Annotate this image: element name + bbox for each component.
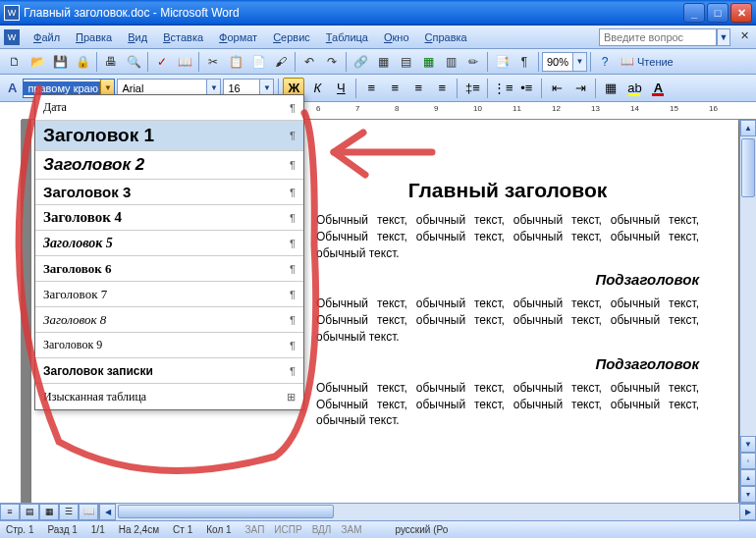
decrease-indent-icon[interactable]: ⇤ <box>546 78 567 99</box>
style-option[interactable]: Заголовок 3¶ <box>35 180 303 205</box>
paste-icon[interactable]: 📄 <box>247 51 269 73</box>
insert-table-icon[interactable]: ▤ <box>395 51 416 73</box>
maximize-button[interactable]: □ <box>707 3 729 23</box>
redo-icon[interactable]: ↷ <box>321 51 343 73</box>
scroll-right-icon[interactable]: ▶ <box>739 504 756 520</box>
align-left-icon[interactable]: ≡ <box>360 78 382 99</box>
align-justify-icon[interactable]: ≡ <box>431 78 453 99</box>
style-option[interactable]: Заголовок 2¶ <box>35 151 303 180</box>
scroll-thumb[interactable] <box>118 505 334 518</box>
reading-mode-button[interactable]: 📖 Чтение <box>617 55 677 68</box>
print-preview-icon[interactable]: 🔍 <box>123 51 144 73</box>
columns-icon[interactable]: ▥ <box>440 51 461 73</box>
save-icon[interactable]: 💾 <box>49 51 71 73</box>
reading-view-icon[interactable]: 📖 <box>79 504 98 520</box>
increase-indent-icon[interactable]: ⇥ <box>569 78 591 99</box>
scroll-thumb[interactable] <box>741 138 755 197</box>
menu-таблица[interactable]: Таблица <box>318 28 376 46</box>
doc-map-icon[interactable]: 📑 <box>491 51 513 73</box>
copy-icon[interactable]: 📋 <box>225 51 246 73</box>
style-name: Заголовок 3 <box>43 184 131 200</box>
status-mode[interactable]: ЗАП <box>245 524 265 535</box>
help-dropdown-arrow[interactable]: ▼ <box>717 28 730 46</box>
style-name: Дата <box>43 100 67 115</box>
menu-сервис[interactable]: Сервис <box>265 28 318 46</box>
permissions-icon[interactable]: 🔒 <box>72 51 93 73</box>
undo-icon[interactable]: ↶ <box>298 51 320 73</box>
open-icon[interactable]: 📂 <box>27 51 48 73</box>
style-option[interactable]: Заголовок 6¶ <box>35 256 303 282</box>
zoom-combo[interactable]: 90% ▼ <box>542 52 587 72</box>
doc-heading-2[interactable]: Подзаголовок <box>316 355 699 372</box>
vertical-ruler[interactable] <box>0 120 22 503</box>
paragraph-mark-icon: ¶ <box>290 314 296 326</box>
browse-object-icon[interactable]: ◦ <box>740 453 756 469</box>
highlight-icon[interactable]: ab <box>623 78 645 99</box>
menu-вид[interactable]: Вид <box>120 28 155 46</box>
menu-вставка[interactable]: Вставка <box>155 28 211 46</box>
format-painter-icon[interactable]: 🖌 <box>270 51 292 73</box>
doc-heading-1[interactable]: Главный заголовок <box>316 179 699 202</box>
style-option[interactable]: Заголовок 8¶ <box>35 307 303 333</box>
menu-формат[interactable]: Формат <box>211 28 265 46</box>
style-option[interactable]: Заголовок 9¶ <box>35 333 303 358</box>
menu-справка[interactable]: Справка <box>417 28 475 46</box>
doc-paragraph[interactable]: Обычный текст, обычный текст, обычный те… <box>316 212 699 261</box>
underline-button[interactable]: Ч <box>330 78 351 99</box>
show-marks-icon[interactable]: ¶ <box>513 51 535 73</box>
outline-view-icon[interactable]: ☰ <box>59 504 79 520</box>
close-document-button[interactable]: ✕ <box>736 29 752 45</box>
status-mode[interactable]: ИСПР <box>274 524 301 535</box>
new-doc-icon[interactable]: 🗋 <box>4 51 26 73</box>
style-option[interactable]: Заголовок 5¶ <box>35 231 303 256</box>
drawing-icon[interactable]: ✏ <box>462 51 484 73</box>
scroll-up-icon[interactable]: ▲ <box>740 120 756 136</box>
minimize-button[interactable]: _ <box>683 3 705 23</box>
scroll-left-icon[interactable]: ◀ <box>99 504 116 520</box>
scroll-down-icon[interactable]: ▼ <box>740 436 756 453</box>
menu-окно[interactable]: Окно <box>376 28 417 46</box>
help-icon[interactable]: ? <box>594 51 616 73</box>
menu-правка[interactable]: Правка <box>68 28 120 46</box>
line-spacing-icon[interactable]: ‡≡ <box>461 78 483 99</box>
borders-icon[interactable]: ▦ <box>600 78 621 99</box>
style-option[interactable]: Заголовок 7¶ <box>35 282 303 307</box>
font-color-icon[interactable]: A <box>647 78 669 99</box>
status-mode[interactable]: ВДЛ <box>312 524 332 535</box>
style-option[interactable]: Заголовок 4¶ <box>35 205 303 231</box>
prev-page-icon[interactable]: ▴ <box>740 469 756 486</box>
research-icon[interactable]: 📖 <box>174 51 195 73</box>
status-mode[interactable]: ЗАМ <box>341 524 361 535</box>
close-button[interactable]: ✕ <box>730 3 752 23</box>
hyperlink-icon[interactable]: 🔗 <box>350 51 371 73</box>
doc-paragraph[interactable]: Обычный текст, обычный текст, обычный те… <box>316 296 699 345</box>
chevron-down-icon[interactable]: ▼ <box>572 53 586 71</box>
vertical-scrollbar[interactable]: ▲ ▼ ◦ ▴ ▾ <box>739 120 756 503</box>
italic-button[interactable]: К <box>306 78 328 99</box>
align-center-icon[interactable]: ≡ <box>384 78 405 99</box>
style-dropdown-panel[interactable]: Дата¶Заголовок 1¶Заголовок 2¶Заголовок 3… <box>34 94 304 410</box>
style-option[interactable]: Заголовок 1¶ <box>35 121 303 151</box>
style-option[interactable]: Дата¶ <box>35 95 303 121</box>
doc-paragraph[interactable]: Обычный текст, обычный текст, обычный те… <box>316 380 699 429</box>
styles-pane-icon[interactable]: A <box>4 81 21 95</box>
horizontal-scrollbar[interactable]: ◀ ▶ <box>99 504 756 520</box>
align-right-icon[interactable]: ≡ <box>407 78 429 99</box>
excel-icon[interactable]: ▦ <box>417 51 439 73</box>
doc-heading-2[interactable]: Подзаголовок <box>316 271 699 288</box>
normal-view-icon[interactable]: ≡ <box>0 504 20 520</box>
tables-borders-icon[interactable]: ▦ <box>372 51 394 73</box>
style-option[interactable]: Заголовок записки¶ <box>35 358 303 384</box>
cut-icon[interactable]: ✂ <box>202 51 224 73</box>
print-view-icon[interactable]: ▦ <box>39 504 59 520</box>
numbered-list-icon[interactable]: ⋮≡ <box>492 78 513 99</box>
menu-файл[interactable]: Файл <box>26 28 68 46</box>
bulleted-list-icon[interactable]: •≡ <box>515 78 537 99</box>
next-page-icon[interactable]: ▾ <box>740 486 756 503</box>
spellcheck-icon[interactable]: ✓ <box>151 51 173 73</box>
doc-system-icon[interactable]: W <box>4 29 20 45</box>
style-option[interactable]: Изысканная таблица⊞ <box>35 384 303 409</box>
print-icon[interactable]: 🖶 <box>100 51 122 73</box>
web-view-icon[interactable]: ▤ <box>20 504 39 520</box>
help-search-input[interactable] <box>599 28 717 46</box>
